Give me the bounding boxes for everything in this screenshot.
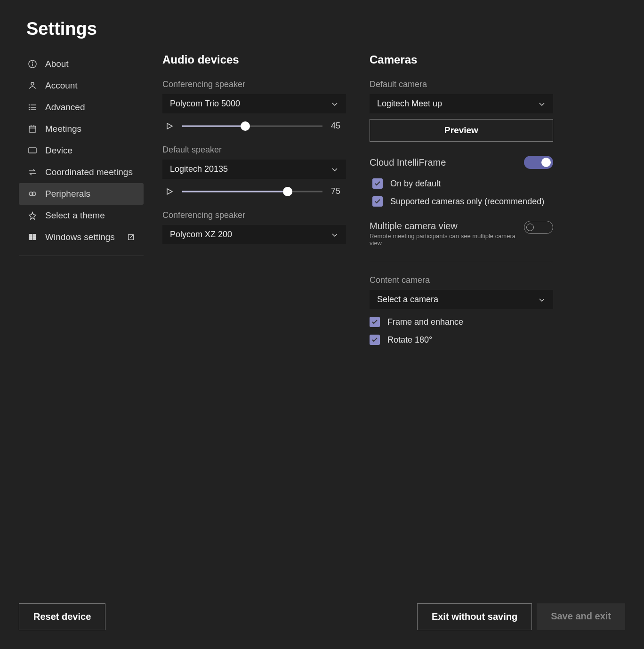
account-icon [27, 80, 38, 91]
sidebar-item-label: Meetings [45, 124, 81, 134]
sidebar-item-label: Peripherals [45, 189, 90, 199]
sidebar-item-windows[interactable]: Windows settings [19, 226, 144, 248]
cameras-title: Cameras [370, 53, 553, 66]
conf-speaker2-label: Conferencing speaker [162, 210, 346, 220]
cameras-section: Cameras Default camera Logitech Meet up … [370, 53, 553, 345]
svg-point-2 [32, 62, 33, 63]
svg-point-16 [32, 192, 36, 196]
sidebar-item-label: Coordinated meetings [45, 167, 133, 177]
list-icon [27, 102, 38, 112]
chevron-down-icon [538, 296, 546, 304]
play-icon[interactable] [165, 122, 174, 130]
rotate-checkbox-row[interactable]: Rotate 180° [370, 335, 553, 345]
dropdown-value: Logitech Meet up [377, 99, 442, 109]
sidebar-item-peripherals[interactable]: Peripherals [19, 183, 144, 205]
dropdown-value: Select a camera [377, 295, 438, 304]
dropdown-value: Polycom Trio 5000 [170, 99, 240, 109]
sidebar-item-device[interactable]: Device [19, 140, 144, 161]
preview-button[interactable]: Preview [370, 119, 553, 142]
monitor-icon [27, 145, 38, 156]
svg-point-8 [29, 107, 30, 108]
slider-value: 45 [331, 121, 343, 131]
divider [370, 261, 553, 261]
sidebar-item-advanced[interactable]: Advanced [19, 96, 144, 118]
svg-rect-14 [29, 148, 36, 153]
content-camera-dropdown[interactable]: Select a camera [370, 290, 553, 309]
sidebar-item-coordinated[interactable]: Coordinated meetings [19, 161, 144, 183]
on-by-default-checkbox-row[interactable]: On by default [370, 178, 553, 189]
sidebar-item-label: Account [45, 80, 78, 91]
multi-view-label: Multiple camera view [370, 221, 524, 232]
svg-point-9 [29, 110, 30, 110]
svg-rect-19 [29, 237, 32, 240]
sidebar: About Account Advanced Meetings Device C… [19, 53, 162, 345]
page-title: Settings [0, 0, 644, 39]
intelliframe-toggle[interactable] [524, 156, 553, 169]
intelliframe-label: Cloud IntelliFrame [370, 157, 446, 168]
checkbox-label: On by default [390, 179, 441, 189]
conf-speaker-label: Conferencing speaker [162, 80, 346, 89]
info-icon [27, 59, 38, 69]
default-camera-dropdown[interactable]: Logitech Meet up [370, 94, 553, 113]
default-camera-label: Default camera [370, 80, 553, 89]
theme-icon [27, 210, 38, 221]
reset-device-button[interactable]: Reset device [19, 603, 105, 630]
sidebar-item-label: Select a theme [45, 210, 105, 221]
svg-rect-20 [32, 237, 36, 240]
svg-point-3 [31, 82, 34, 85]
sidebar-divider [19, 256, 144, 256]
sidebar-item-label: Device [45, 145, 72, 156]
save-and-exit-button[interactable]: Save and exit [537, 603, 625, 630]
svg-point-7 [29, 105, 30, 105]
multi-view-sublabel: Remote meeting participants can see mult… [370, 232, 524, 247]
chevron-down-icon [331, 166, 338, 173]
conf-speaker-dropdown[interactable]: Polycom Trio 5000 [162, 94, 346, 113]
sidebar-item-label: Advanced [45, 102, 85, 112]
default-speaker-dropdown[interactable]: Logitech 20135 [162, 160, 346, 179]
checkbox-label: Supported cameras only (recommended) [390, 197, 544, 207]
peripherals-icon [27, 189, 38, 199]
sidebar-item-label: About [45, 59, 69, 69]
checkbox-icon [370, 335, 380, 345]
conf-speaker2-dropdown[interactable]: Polycom XZ 200 [162, 225, 346, 244]
checkbox-icon [372, 196, 383, 207]
play-icon[interactable] [165, 187, 174, 196]
sidebar-item-meetings[interactable]: Meetings [19, 118, 144, 140]
sync-icon [27, 167, 38, 177]
dropdown-value: Polycom XZ 200 [170, 230, 232, 240]
svg-rect-10 [29, 126, 36, 132]
exit-without-saving-button[interactable]: Exit without saving [417, 603, 532, 630]
calendar-icon [27, 124, 38, 134]
audio-section: Audio devices Conferencing speaker Polyc… [162, 53, 346, 345]
supported-only-checkbox-row[interactable]: Supported cameras only (recommended) [370, 196, 553, 207]
chevron-down-icon [331, 100, 338, 108]
multi-view-toggle[interactable] [524, 221, 553, 234]
chevron-down-icon [331, 231, 338, 239]
dropdown-value: Logitech 20135 [170, 164, 228, 174]
default-speaker-label: Default speaker [162, 145, 346, 155]
checkbox-label: Frame and enhance [387, 317, 463, 327]
sidebar-item-account[interactable]: Account [19, 75, 144, 96]
checkbox-label: Rotate 180° [387, 335, 432, 345]
windows-icon [27, 232, 38, 242]
checkbox-icon [372, 178, 383, 189]
sidebar-item-label: Windows settings [45, 232, 115, 242]
default-speaker-volume-slider[interactable] [182, 187, 322, 196]
conf-speaker-volume-slider[interactable] [182, 122, 322, 130]
svg-rect-18 [32, 234, 36, 237]
content-camera-label: Content camera [370, 275, 553, 285]
audio-title: Audio devices [162, 53, 346, 66]
sidebar-item-theme[interactable]: Select a theme [19, 205, 144, 226]
slider-value: 75 [331, 186, 343, 196]
checkbox-icon [370, 317, 380, 327]
chevron-down-icon [538, 100, 546, 108]
frame-enhance-checkbox-row[interactable]: Frame and enhance [370, 317, 553, 327]
sidebar-item-about[interactable]: About [19, 53, 144, 75]
external-link-icon [127, 233, 135, 241]
svg-rect-17 [29, 234, 32, 237]
